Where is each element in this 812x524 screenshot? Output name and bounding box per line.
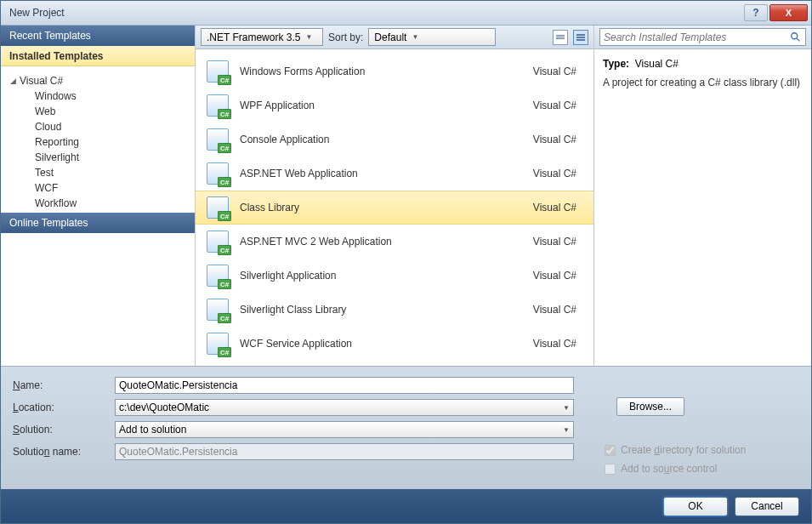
chevron-down-icon: ▼ <box>412 33 418 41</box>
template-item[interactable]: C#Console ApplicationVisual C# <box>196 122 593 157</box>
solution-label: Solution: <box>13 424 115 436</box>
template-main-panel: .NET Framework 3.5 ▼ Sort by: Default ▼ <box>195 26 594 366</box>
detail-type: Type: Visual C# <box>603 58 803 70</box>
titlebar[interactable]: New Project ? X <box>1 1 811 26</box>
tree-item-silverlight[interactable]: Silverlight <box>23 150 195 165</box>
template-categories-sidebar: Recent Templates Installed Templates ◢ V… <box>1 26 195 366</box>
template-name: ASP.NET Web Application <box>240 168 533 179</box>
template-icon: C# <box>204 126 231 153</box>
template-lang: Visual C# <box>533 304 585 316</box>
search-icon <box>790 31 802 43</box>
template-item[interactable]: C#Silverlight Class LibraryVisual C# <box>196 293 593 327</box>
name-label: Name: <box>13 379 115 391</box>
template-name: Windows Forms Application <box>240 66 533 77</box>
template-icon: C# <box>204 194 231 221</box>
source-control-checkbox <box>605 464 616 475</box>
search-field[interactable] <box>604 31 790 43</box>
template-lang: Visual C# <box>533 338 585 350</box>
cancel-button[interactable]: Cancel <box>735 497 799 516</box>
help-button[interactable]: ? <box>744 4 768 21</box>
browse-button[interactable]: Browse... <box>616 397 684 416</box>
template-name: Silverlight Application <box>240 270 533 282</box>
location-combo[interactable]: c:\dev\QuoteOMatic ▼ <box>115 399 574 416</box>
template-name: WCF Service Application <box>240 338 533 350</box>
tree-item-visual-csharp[interactable]: ◢ Visual C# <box>8 73 195 88</box>
detail-description: A project for creating a C# class librar… <box>603 77 803 90</box>
search-input[interactable] <box>599 28 806 46</box>
svg-line-1 <box>797 37 800 41</box>
sortby-label: Sort by: <box>328 31 363 43</box>
template-item[interactable]: C#ASP.NET Web ApplicationVisual C# <box>196 157 593 191</box>
close-button[interactable]: X <box>769 4 808 21</box>
template-tree: ◢ Visual C# WindowsWebCloudReportingSilv… <box>1 66 195 213</box>
solution-name-input <box>115 443 574 460</box>
chevron-down-icon: ▼ <box>563 404 570 412</box>
template-lang: Visual C# <box>533 134 585 145</box>
view-medium-icons-button[interactable] <box>573 30 588 45</box>
template-icon: C# <box>204 330 231 357</box>
template-item[interactable]: C#ASP.NET MVC 2 Web ApplicationVisual C# <box>196 225 593 259</box>
template-lang: Visual C# <box>533 100 585 111</box>
template-name: Silverlight Class Library <box>240 304 533 316</box>
tree-item-windows[interactable]: Windows <box>23 88 195 104</box>
template-item[interactable]: C#WCF Service ApplicationVisual C# <box>196 327 593 361</box>
template-name: WPF Application <box>240 100 533 111</box>
location-label: Location: <box>13 402 115 413</box>
tree-item-test[interactable]: Test <box>23 165 195 180</box>
template-lang: Visual C# <box>533 236 585 248</box>
template-icon: C# <box>204 296 231 323</box>
framework-combo[interactable]: .NET Framework 3.5 ▼ <box>201 28 323 46</box>
sortby-combo[interactable]: Default ▼ <box>368 28 496 46</box>
dialog-button-bar: OK Cancel <box>1 489 811 523</box>
window-title: New Project <box>9 7 744 19</box>
template-lang: Visual C# <box>533 202 585 214</box>
ok-button[interactable]: OK <box>663 497 728 516</box>
solution-name-label: Solution name: <box>13 446 115 458</box>
create-directory-checkbox <box>605 445 616 456</box>
template-item[interactable]: C#Class LibraryVisual C# <box>196 191 593 225</box>
template-icon: C# <box>204 58 231 85</box>
template-item[interactable]: C#WPF ApplicationVisual C# <box>196 88 593 122</box>
tree-item-wcf[interactable]: WCF <box>23 180 195 196</box>
tree-item-cloud[interactable]: Cloud <box>23 119 195 134</box>
template-name: Console Application <box>240 134 533 145</box>
solution-combo[interactable]: Add to solution ▼ <box>115 421 574 438</box>
source-control-label: Add to source control <box>621 463 717 475</box>
template-lang: Visual C# <box>533 168 585 179</box>
template-list[interactable]: C#Windows Forms ApplicationVisual C#C#WP… <box>196 49 593 366</box>
template-icon: C# <box>204 262 231 289</box>
name-input[interactable] <box>115 377 574 394</box>
tree-item-workflow[interactable]: Workflow <box>23 196 195 211</box>
template-icon: C# <box>204 160 231 187</box>
chevron-down-icon: ▼ <box>563 426 570 434</box>
template-name: Class Library <box>240 202 533 214</box>
template-icon: C# <box>204 92 231 119</box>
svg-point-0 <box>792 32 798 38</box>
template-detail-panel: Type: Visual C# A project for creating a… <box>594 26 811 366</box>
template-icon: C# <box>204 228 231 255</box>
new-project-dialog: New Project ? X Recent Templates Install… <box>0 0 812 524</box>
tree-item-web[interactable]: Web <box>23 104 195 119</box>
recent-templates-header[interactable]: Recent Templates <box>1 26 195 46</box>
tree-item-reporting[interactable]: Reporting <box>23 134 195 150</box>
expand-icon[interactable]: ◢ <box>8 77 18 85</box>
view-small-icons-button[interactable] <box>553 30 568 45</box>
template-lang: Visual C# <box>533 66 585 77</box>
template-item[interactable]: C#Silverlight ApplicationVisual C# <box>196 259 593 293</box>
template-item[interactable]: C#Windows Forms ApplicationVisual C# <box>196 54 593 88</box>
chevron-down-icon: ▼ <box>305 33 312 41</box>
installed-templates-header[interactable]: Installed Templates <box>1 46 195 66</box>
create-directory-label: Create directory for solution <box>621 444 746 456</box>
template-name: ASP.NET MVC 2 Web Application <box>240 236 533 248</box>
online-templates-header[interactable]: Online Templates <box>1 213 195 233</box>
template-toolbar: .NET Framework 3.5 ▼ Sort by: Default ▼ <box>196 26 593 49</box>
project-settings-form: Name: Location: c:\dev\QuoteOMatic ▼ Bro… <box>1 366 811 489</box>
template-lang: Visual C# <box>533 270 585 282</box>
